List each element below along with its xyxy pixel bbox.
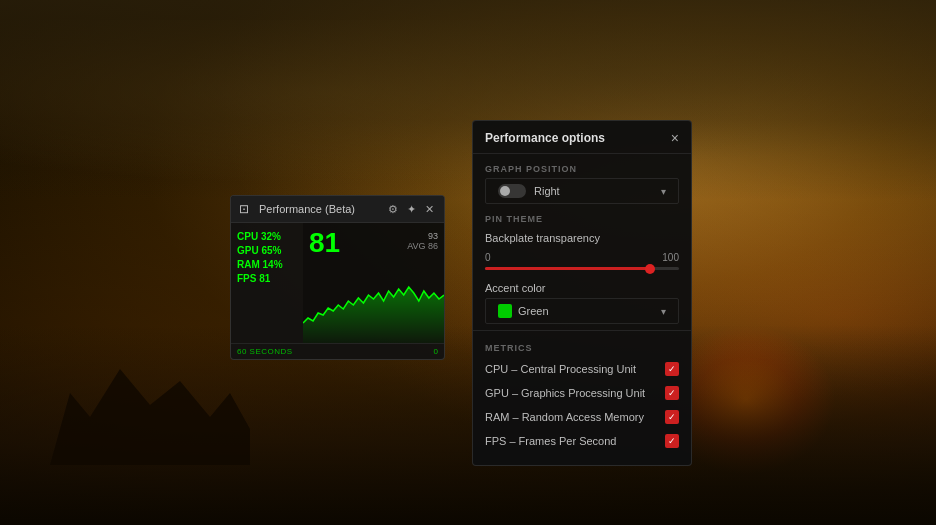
checkmark-icon: ✓ xyxy=(668,437,676,446)
slider-thumb[interactable] xyxy=(645,264,655,274)
close-icon[interactable]: ✕ xyxy=(422,202,436,216)
options-panel: Performance options × GRAPH POSITION Rig… xyxy=(472,120,692,466)
accent-color-label: Accent color xyxy=(485,282,546,294)
slider-labels: 0 100 xyxy=(485,252,679,263)
metric-row-cpu: CPU – Central Processing Unit ✓ xyxy=(473,357,691,381)
perf-stats: CPU 32% GPU 65% RAM 14% FPS 81 xyxy=(231,223,303,343)
graph-position-value: Right xyxy=(534,185,560,197)
pin-theme-section-label: PIN THEME xyxy=(473,204,691,228)
metrics-section-label: METRICS xyxy=(473,333,691,357)
fps-stat: FPS 81 xyxy=(237,273,297,284)
performance-widget: ⊡ Performance (Beta) ⚙ ✦ ✕ CPU 32% GPU 6… xyxy=(230,195,445,360)
divider xyxy=(473,330,691,331)
metric-row-gpu: GPU – Graphics Processing Unit ✓ xyxy=(473,381,691,405)
metric-fps-checkbox[interactable]: ✓ xyxy=(665,434,679,448)
green-color-swatch xyxy=(498,304,512,318)
fps-avg-label: AVG 86 xyxy=(407,241,438,251)
options-title: Performance options xyxy=(485,131,605,145)
graph-position-chevron-icon: ▾ xyxy=(661,186,666,197)
checkmark-icon: ✓ xyxy=(668,389,676,398)
ram-stat: RAM 14% xyxy=(237,259,297,270)
accent-color-dropdown[interactable]: Green ▾ xyxy=(485,298,679,324)
backplate-label: Backplate transparency xyxy=(485,232,600,244)
metric-row-fps: FPS – Frames Per Second ✓ xyxy=(473,429,691,453)
slider-min-label: 0 xyxy=(485,252,491,263)
settings-icon[interactable]: ⚙ xyxy=(386,202,400,216)
checkmark-icon: ✓ xyxy=(668,413,676,422)
metric-ram-checkbox[interactable]: ✓ xyxy=(665,410,679,424)
accent-label-row: Accent color xyxy=(473,278,691,298)
toggle-area: Right xyxy=(498,184,560,198)
perf-header: ⊡ Performance (Beta) ⚙ ✦ ✕ xyxy=(231,196,444,223)
metric-gpu-checkbox[interactable]: ✓ xyxy=(665,386,679,400)
debris xyxy=(0,325,936,525)
checkmark-icon: ✓ xyxy=(668,365,676,374)
pin-icon[interactable]: ✦ xyxy=(404,202,418,216)
perf-title: Performance (Beta) xyxy=(259,203,355,215)
slider-fill xyxy=(485,267,650,270)
gpu-stat: GPU 65% xyxy=(237,245,297,256)
color-name: Green xyxy=(518,305,549,317)
perf-footer: 60 SECONDS 0 xyxy=(231,343,444,359)
metric-ram-label: RAM – Random Access Memory xyxy=(485,411,644,423)
cpu-stat: CPU 32% xyxy=(237,231,297,242)
graph-position-section-label: GRAPH POSITION xyxy=(473,154,691,178)
backplate-slider-section: 0 100 xyxy=(473,248,691,278)
options-header: Performance options × xyxy=(473,121,691,154)
footer-time-label: 60 SECONDS xyxy=(237,347,293,356)
perf-body: CPU 32% GPU 65% RAM 14% FPS 81 81 93 AVG… xyxy=(231,223,444,343)
metric-gpu-label: GPU – Graphics Processing Unit xyxy=(485,387,645,399)
monitor-icon: ⊡ xyxy=(239,202,253,216)
metric-fps-label: FPS – Frames Per Second xyxy=(485,435,616,447)
options-close-button[interactable]: × xyxy=(671,131,679,145)
accent-left: Green xyxy=(498,304,549,318)
metric-cpu-checkbox[interactable]: ✓ xyxy=(665,362,679,376)
perf-graph-area: 81 93 AVG 86 xyxy=(303,223,444,343)
metric-cpu-label: CPU – Central Processing Unit xyxy=(485,363,636,375)
slider-max-label: 100 xyxy=(662,252,679,263)
graph-position-dropdown[interactable]: Right ▾ xyxy=(485,178,679,204)
clouds xyxy=(0,20,936,200)
backplate-label-row: Backplate transparency xyxy=(473,228,691,248)
accent-chevron-icon: ▾ xyxy=(661,306,666,317)
fps-top-label: 93 xyxy=(428,231,438,241)
fps-value: 81 xyxy=(309,229,340,257)
footer-val: 0 xyxy=(434,347,438,356)
fps-graph xyxy=(303,263,444,343)
toggle-knob xyxy=(500,186,510,196)
perf-title-area: ⊡ Performance (Beta) xyxy=(239,202,355,216)
graph-position-toggle[interactable] xyxy=(498,184,526,198)
metric-row-ram: RAM – Random Access Memory ✓ xyxy=(473,405,691,429)
perf-actions: ⚙ ✦ ✕ xyxy=(386,202,436,216)
background xyxy=(0,0,936,525)
backplate-slider-track[interactable] xyxy=(485,267,679,270)
